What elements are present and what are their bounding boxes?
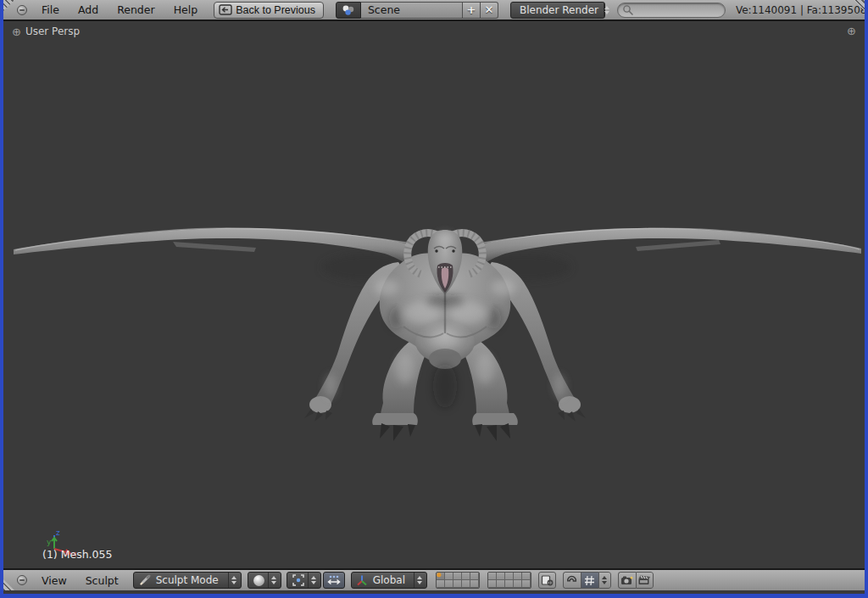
layer-cell[interactable] xyxy=(522,580,531,588)
pivot-point-icon xyxy=(292,574,304,586)
menu-view[interactable]: View xyxy=(32,570,76,591)
info-header: File Add Render Help Back to Previous xyxy=(3,0,865,21)
viewport-header: View Sculpt Sculpt Mode xyxy=(3,568,865,590)
axis-z-label: z xyxy=(56,528,60,537)
collapse-panel-icon[interactable]: ⊕ xyxy=(12,26,21,37)
layer-cell[interactable] xyxy=(514,580,522,588)
layer-cell[interactable] xyxy=(453,580,462,588)
opengl-render-controls xyxy=(618,572,654,589)
scene-lock-button[interactable] xyxy=(538,572,556,589)
translate-manipulator-icon xyxy=(326,574,342,586)
mode-selector-dropdown[interactable]: Sculpt Mode xyxy=(133,572,242,589)
opengl-render-animation-button[interactable] xyxy=(636,572,654,589)
back-arrow-icon xyxy=(219,4,232,15)
orientation-axes-icon xyxy=(356,574,368,586)
render-engine-dropdown[interactable]: Blender Render xyxy=(510,2,605,19)
properties-panel-expand-icon[interactable]: ⊕ xyxy=(847,25,856,36)
scene-lock-icon xyxy=(541,574,554,586)
scene-selector: Scene + ✕ xyxy=(336,2,498,19)
menu-sculpt[interactable]: Sculpt xyxy=(76,570,128,591)
stepper-icon xyxy=(414,573,425,588)
layer-cell[interactable] xyxy=(453,573,462,580)
menu-render[interactable]: Render xyxy=(108,0,164,20)
clapperboard-icon xyxy=(637,574,651,586)
layer-cell[interactable] xyxy=(437,573,445,580)
layer-cell[interactable] xyxy=(488,573,497,580)
blender-window: File Add Render Help Back to Previous xyxy=(0,0,868,598)
layer-cell[interactable] xyxy=(505,573,514,580)
stepper-icon xyxy=(228,573,239,588)
menu-add[interactable]: Add xyxy=(69,0,108,20)
magnet-icon xyxy=(566,574,578,586)
layer-cell[interactable] xyxy=(462,580,470,588)
solid-shading-icon xyxy=(253,575,264,586)
snap-stepper[interactable] xyxy=(598,572,611,589)
transform-orientation-dropdown[interactable]: Global xyxy=(351,572,427,589)
manipulator-toggle[interactable] xyxy=(323,572,345,589)
layers-grid-right xyxy=(487,572,531,589)
scene-datablock-icon[interactable] xyxy=(336,2,361,19)
layer-cell[interactable] xyxy=(522,573,531,580)
editor-type-button-bottom[interactable] xyxy=(17,575,27,585)
axis-y-label: y xyxy=(47,538,52,546)
search-icon xyxy=(622,4,634,16)
camera-icon xyxy=(620,574,634,586)
layer-cell[interactable] xyxy=(514,573,522,580)
layer-cell[interactable] xyxy=(470,573,479,580)
active-object-info: (1) Mesh.055 xyxy=(42,548,112,561)
layers-grid-left xyxy=(436,572,480,589)
layer-cell[interactable] xyxy=(470,580,479,588)
layer-cell[interactable] xyxy=(445,580,453,588)
sculpt-brush-icon xyxy=(139,574,151,586)
opengl-render-image-button[interactable] xyxy=(618,572,636,589)
snap-grid-icon xyxy=(584,575,595,586)
snap-controls xyxy=(563,572,611,589)
scene-name-field[interactable]: Scene xyxy=(361,2,463,19)
layer-cell[interactable] xyxy=(445,573,453,580)
view-name-label: ⊕ User Persp xyxy=(12,25,80,37)
layer-cell[interactable] xyxy=(462,573,470,580)
editor-type-button-top[interactable] xyxy=(17,5,27,15)
window-resize-grip-bottomleft[interactable] xyxy=(3,579,14,590)
layer-cell[interactable] xyxy=(437,580,445,588)
layer-cell[interactable] xyxy=(488,580,497,588)
layer-cell[interactable] xyxy=(497,580,505,588)
pivot-point-dropdown[interactable] xyxy=(287,572,321,589)
back-to-previous-button[interactable]: Back to Previous xyxy=(214,2,324,19)
plus-icon: + xyxy=(466,3,476,16)
sculpted-creature-model[interactable] xyxy=(3,21,865,568)
menu-help[interactable]: Help xyxy=(164,0,208,20)
layer-cell[interactable] xyxy=(497,573,505,580)
menu-file[interactable]: File xyxy=(32,0,69,20)
snap-element-button[interactable] xyxy=(581,572,598,589)
snap-magnet-button[interactable] xyxy=(563,572,581,589)
stepper-icon xyxy=(599,573,610,588)
layer-cell[interactable] xyxy=(505,580,514,588)
close-icon: ✕ xyxy=(484,3,493,16)
stepper-icon xyxy=(604,3,609,18)
delete-scene-button[interactable]: ✕ xyxy=(481,2,498,19)
search-input[interactable] xyxy=(617,3,726,18)
viewport-3d[interactable]: ⊕ User Persp ⊕ z y x (1) Mesh.055 xyxy=(3,21,865,568)
window-resize-grip-topleft[interactable] xyxy=(3,0,14,11)
stepper-icon xyxy=(268,573,279,588)
stepper-icon xyxy=(308,573,319,588)
viewport-shading-dropdown[interactable] xyxy=(248,572,281,589)
scene-statistics: Ve:1140091 | Fa:1139508 | Ob:85-1 | La:0… xyxy=(736,4,865,16)
add-scene-button[interactable]: + xyxy=(463,2,481,19)
